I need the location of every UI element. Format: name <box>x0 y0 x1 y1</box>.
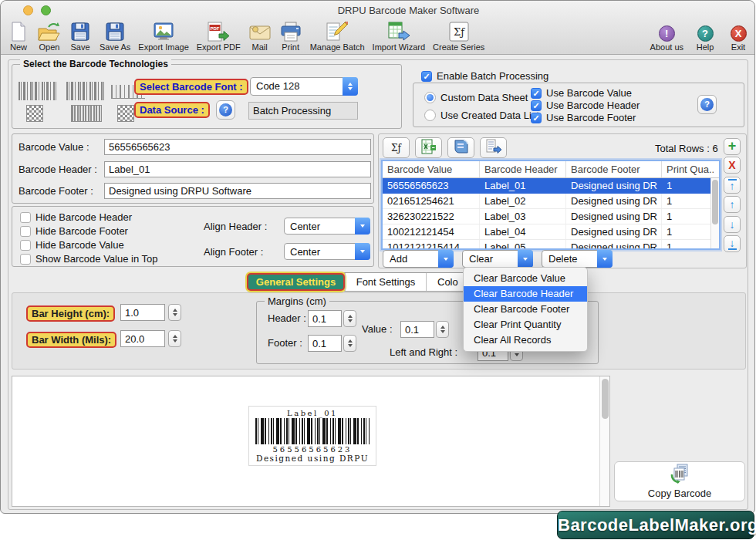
enable-batch-processing-checkbox[interactable]: Enable Batch Processing <box>421 70 548 82</box>
bar-height-input[interactable]: 1.0 <box>120 304 165 321</box>
table-row[interactable]: 021651254621 Label_02 Designed using DR … <box>383 194 719 209</box>
add-dropdown-button[interactable]: Add <box>383 250 454 268</box>
move-down-button[interactable]: ↓ <box>724 216 741 233</box>
app-window: DRPU Barcode Maker Software New Open Sav… <box>0 0 755 514</box>
delete-dropdown-button[interactable]: Delete <box>542 250 613 268</box>
about-exclamation-icon: ! <box>659 25 675 42</box>
bar-width-stepper[interactable] <box>168 330 181 347</box>
save-button[interactable]: Save <box>69 21 92 52</box>
menu-item-clear-print-quantity[interactable]: Clear Print Quantity <box>464 317 587 332</box>
move-bottom-button[interactable]: ↓ <box>724 235 741 252</box>
printer-icon <box>281 21 301 42</box>
custom-data-sheet-radio[interactable]: Custom Data Sheet <box>424 92 528 103</box>
bar-width-input[interactable]: 20.0 <box>120 330 165 347</box>
manage-batch-button[interactable]: Manage Batch <box>310 21 365 52</box>
preview-scrollbar[interactable] <box>599 376 609 506</box>
pdf417-sample-icon <box>71 105 102 122</box>
excel-export-button[interactable] <box>415 137 442 158</box>
move-up-button[interactable]: ↑ <box>724 196 741 213</box>
barcode-technologies-legend: Select the Barcode Technologies <box>20 59 171 69</box>
margin-value-stepper[interactable] <box>436 321 449 338</box>
linear-barcode-sample-icon <box>66 82 105 100</box>
data-source-help-button[interactable]: ? <box>216 100 235 120</box>
column-header-barcode-value[interactable]: Barcode Value <box>383 161 480 177</box>
margin-footer-stepper[interactable] <box>343 335 356 352</box>
table-scrollbar[interactable] <box>710 178 719 248</box>
table-row[interactable]: 100212121454 Label_04 Designed using DR … <box>383 224 719 240</box>
bar-icon <box>728 248 737 250</box>
move-top-button[interactable]: ↑ <box>724 177 741 194</box>
column-header-barcode-footer[interactable]: Barcode Footer <box>566 161 662 177</box>
series-generator-button[interactable]: Σƒ <box>383 137 410 158</box>
use-barcode-value-checkbox[interactable]: Use Barcode Value <box>531 87 632 99</box>
export-pdf-button[interactable]: PDF Export PDF <box>197 21 241 52</box>
use-barcode-header-checkbox[interactable]: Use Barcode Header <box>531 100 640 111</box>
menu-item-clear-barcode-footer[interactable]: Clear Barcode Footer <box>464 302 587 317</box>
barcode-fields-group: Barcode Value : 56556565623 Barcode Head… <box>12 133 374 204</box>
clear-dropdown-button[interactable]: Clear <box>462 250 533 268</box>
column-header-print-quantity[interactable]: Print Qua... <box>662 161 714 177</box>
align-footer-select[interactable]: Center <box>284 243 370 260</box>
margin-header-stepper[interactable] <box>343 310 356 327</box>
barcode-bars <box>255 418 370 444</box>
select-chevrons-icon <box>343 77 358 96</box>
column-header-barcode-header[interactable]: Barcode Header <box>480 161 566 177</box>
tab-font-settings[interactable]: Font Settings <box>345 273 427 291</box>
tab-general-settings[interactable]: General Settings <box>247 273 345 291</box>
checkbox-icon <box>20 226 31 237</box>
import-wizard-button[interactable]: Import Wizard <box>373 21 425 52</box>
import-wizard-icon <box>388 21 410 42</box>
hide-barcode-footer-checkbox[interactable]: Hide Barcode Footer <box>20 225 128 237</box>
records-table: Barcode Value Barcode Header Barcode Foo… <box>381 160 721 250</box>
qr-sample-icon <box>117 105 134 122</box>
menu-item-clear-barcode-value[interactable]: Clear Barcode Value <box>464 271 587 286</box>
main-toolbar: New Open Save Save As Export Image PDF E… <box>7 21 484 55</box>
copy-barcode-button[interactable]: Copy Barcode <box>614 461 745 501</box>
about-us-button[interactable]: ! About us <box>650 21 683 52</box>
margin-footer-input[interactable]: 0.1 <box>308 335 342 352</box>
barcode-header-input[interactable]: Label_01 <box>104 161 371 177</box>
margin-value-input[interactable]: 0.1 <box>400 321 434 338</box>
barcode-value-input[interactable]: 56556565623 <box>104 139 371 155</box>
exit-button[interactable]: X Exit <box>727 21 750 52</box>
hide-barcode-header-checkbox[interactable]: Hide Barcode Header <box>20 211 132 223</box>
address-book-button[interactable] <box>447 137 474 158</box>
window-chrome: DRPU Barcode Maker Software New Open Sav… <box>1 1 754 55</box>
checkbox-checked-icon <box>531 100 542 111</box>
display-options-group: Hide Barcode Header Hide Barcode Footer … <box>12 206 374 267</box>
add-row-button[interactable]: + <box>724 138 741 155</box>
scrollbar-thumb[interactable] <box>712 180 718 224</box>
delete-row-button[interactable]: X <box>724 157 741 174</box>
create-series-button[interactable]: Σƒ Create Series <box>433 21 484 52</box>
new-button[interactable]: New <box>7 21 30 52</box>
show-barcode-value-top-checkbox[interactable]: Show Barcode Value in Top <box>20 253 158 265</box>
arrow-down-icon: ↓ <box>730 219 735 230</box>
use-barcode-footer-checkbox[interactable]: Use Barcode Footer <box>531 112 636 123</box>
bar-height-stepper[interactable] <box>168 304 181 321</box>
hide-barcode-value-checkbox[interactable]: Hide Barcode Value <box>20 239 124 251</box>
export-list-button[interactable] <box>480 137 507 158</box>
table-row[interactable]: 1012121215414 Label_05 Designed using DR… <box>383 240 719 250</box>
margin-header-input[interactable]: 0.1 <box>308 310 342 327</box>
batch-options-group: Custom Data Sheet Use Created Data List … <box>413 83 744 127</box>
data-grid-section: Σƒ Total Rows : 6 + X ↑ ↑ ↓ ↓ Barcode Va… <box>378 133 747 268</box>
save-as-button[interactable]: Save As <box>100 21 130 52</box>
preview-header-text: Label_01 <box>287 409 338 417</box>
open-button[interactable]: Open <box>38 21 61 52</box>
table-row[interactable]: 326230221522 Label_03 Designed using DR … <box>383 209 719 224</box>
use-created-data-list-radio[interactable]: Use Created Data List <box>424 110 539 121</box>
menu-item-clear-all-records[interactable]: Clear All Records <box>464 332 587 348</box>
menu-item-clear-barcode-header[interactable]: Clear Barcode Header <box>464 286 587 302</box>
barcode-font-select[interactable]: Code 128 <box>250 77 358 96</box>
mail-button[interactable]: Mail <box>248 21 272 52</box>
linear-barcode-sample-icon <box>19 82 57 100</box>
scrollbar-thumb[interactable] <box>602 379 609 419</box>
export-image-button[interactable]: Export Image <box>138 21 188 52</box>
print-button[interactable]: Print <box>279 21 302 52</box>
align-header-select[interactable]: Center <box>284 218 370 235</box>
barcode-value-label: Barcode Value : <box>19 141 89 153</box>
barcode-footer-input[interactable]: Designed using DRPU Software <box>104 183 371 199</box>
table-row[interactable]: 56556565623 Label_01 Designed using DR 1 <box>383 178 719 194</box>
batch-help-button[interactable]: ? <box>697 95 717 114</box>
help-button[interactable]: ? Help <box>694 21 717 52</box>
